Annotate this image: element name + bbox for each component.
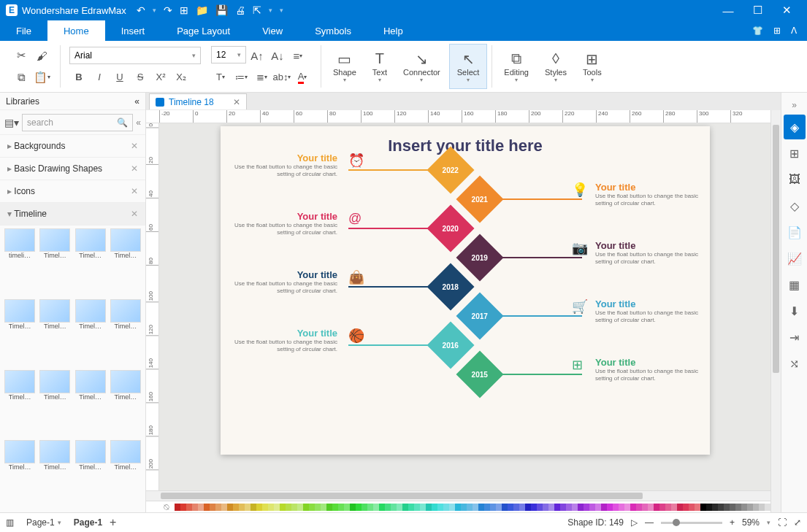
library-item[interactable]: Timel… [74, 228, 107, 298]
lib-cat-basic-shapes[interactable]: ▸ Basic Drawing Shapes✕ [0, 158, 145, 180]
color-swatch[interactable] [186, 504, 192, 511]
color-swatch[interactable] [700, 504, 706, 511]
color-swatch[interactable] [508, 504, 513, 511]
font-size-select[interactable]: 12▾ [211, 46, 246, 63]
timeline-icon[interactable]: 💡 [572, 182, 588, 198]
strike-button[interactable]: S [131, 67, 150, 86]
page-title[interactable]: Insert your title here [221, 126, 710, 155]
print-icon[interactable]: 🖨 [235, 4, 245, 16]
color-swatch[interactable] [490, 504, 496, 511]
color-swatch[interactable] [677, 504, 683, 511]
color-swatch[interactable] [619, 504, 624, 511]
case-button[interactable]: T▾ [211, 68, 230, 87]
presentation-icon[interactable]: ▷ [631, 517, 638, 528]
zoom-out-button[interactable]: — [645, 517, 654, 528]
color-swatch[interactable] [204, 504, 210, 511]
color-swatch[interactable] [584, 504, 589, 511]
library-item[interactable]: Timel… [74, 299, 107, 369]
library-item[interactable]: timeli… [3, 228, 37, 298]
color-swatch[interactable] [245, 504, 250, 511]
no-color-icon[interactable]: ⦰ [164, 502, 170, 512]
color-swatch[interactable] [233, 504, 239, 511]
connector-button[interactable]: ↘ Connector ▾ [396, 44, 448, 89]
paste-button[interactable]: 📋▾ [32, 68, 51, 87]
color-swatch[interactable] [256, 504, 262, 511]
color-swatch[interactable] [683, 504, 689, 511]
timeline-icon[interactable]: @ [348, 211, 362, 226]
library-item[interactable]: Timel… [38, 370, 72, 439]
color-swatch[interactable] [659, 504, 665, 511]
apps-icon[interactable]: ⊞ [773, 26, 781, 36]
color-swatch[interactable] [718, 504, 724, 511]
color-swatch[interactable] [315, 504, 321, 511]
tab-home[interactable]: Home [47, 20, 105, 41]
color-swatch[interactable] [402, 504, 408, 511]
timeline-icon[interactable]: 👜 [348, 269, 364, 285]
tab-view[interactable]: View [246, 20, 299, 41]
color-swatch[interactable] [695, 504, 700, 511]
color-swatch[interactable] [426, 504, 432, 511]
color-swatch[interactable] [654, 504, 659, 511]
color-swatch[interactable] [180, 504, 186, 511]
shrink-font-button[interactable]: A↓ [268, 46, 287, 65]
add-page-button[interactable]: + [110, 516, 116, 529]
color-swatch[interactable] [362, 504, 367, 511]
library-item[interactable]: Timel… [38, 228, 72, 298]
timeline-icon[interactable]: ⏰ [348, 153, 364, 169]
color-swatch[interactable] [385, 504, 391, 511]
library-item[interactable]: Timel… [74, 440, 107, 509]
library-item[interactable]: Timel… [3, 299, 37, 369]
font-color-button[interactable]: A▾ [293, 68, 312, 87]
text-button[interactable]: T Text ▾ [365, 44, 394, 89]
color-swatch[interactable] [566, 504, 572, 511]
timeline-icon[interactable]: 📷 [572, 240, 588, 256]
grow-font-button[interactable]: A↑ [248, 46, 267, 65]
qat-customize-icon[interactable]: ▾ [280, 7, 283, 14]
library-item[interactable]: Timel… [38, 440, 72, 509]
color-swatch[interactable] [671, 504, 677, 511]
color-swatch[interactable] [537, 504, 543, 511]
library-item[interactable]: Timel… [109, 228, 142, 298]
color-swatch[interactable] [613, 504, 619, 511]
page-selector[interactable]: Page-1 ▾ [21, 516, 66, 529]
zoom-level[interactable]: 59% [742, 517, 760, 528]
superscript-button[interactable]: X² [151, 67, 170, 86]
layers-panel-icon[interactable]: ◇ [784, 193, 806, 218]
color-swatch[interactable] [215, 504, 221, 511]
library-item[interactable]: Timel… [74, 370, 107, 439]
undo-dropdown-icon[interactable]: ▾ [153, 7, 156, 14]
color-swatch[interactable] [706, 504, 712, 511]
copy-button[interactable]: ⧉ [12, 68, 31, 87]
color-swatch[interactable] [221, 504, 227, 511]
close-button[interactable]: ✕ [772, 4, 801, 17]
table-panel-icon[interactable]: ▦ [784, 272, 806, 297]
color-swatch[interactable] [210, 504, 215, 511]
color-swatch[interactable] [367, 504, 373, 511]
color-swatch[interactable] [420, 504, 426, 511]
editing-button[interactable]: ⧉ Editing ▾ [497, 44, 536, 89]
color-swatch[interactable] [741, 504, 747, 511]
color-swatch[interactable] [262, 504, 268, 511]
color-swatch[interactable] [291, 504, 297, 511]
lib-cat-backgrounds[interactable]: ▸ Backgrounds✕ [0, 135, 145, 158]
color-swatch[interactable] [338, 504, 344, 511]
font-select[interactable]: Arial▾ [69, 47, 201, 64]
color-swatch[interactable] [443, 504, 449, 511]
shape-button[interactable]: ▭ Shape ▾ [326, 44, 364, 89]
color-swatch[interactable] [554, 504, 560, 511]
library-item[interactable]: Timel… [109, 299, 142, 369]
color-swatch[interactable] [735, 504, 741, 511]
collapse-ribbon-icon[interactable]: ᐱ [791, 26, 797, 36]
library-item[interactable]: Timel… [109, 370, 142, 439]
fit-page-icon[interactable]: ⛶ [778, 517, 787, 528]
color-swatch[interactable] [303, 504, 309, 511]
color-swatch[interactable] [502, 504, 508, 511]
color-swatch[interactable] [437, 504, 443, 511]
zoom-dropdown-icon[interactable]: ▾ [767, 519, 770, 526]
library-item[interactable]: Timel… [38, 299, 72, 369]
color-swatch[interactable] [753, 504, 759, 511]
page[interactable]: Insert your title here 2022⏰Your titleUs… [221, 126, 710, 455]
color-swatch[interactable] [408, 504, 414, 511]
color-swatch[interactable] [286, 504, 291, 511]
color-swatch[interactable] [513, 504, 519, 511]
